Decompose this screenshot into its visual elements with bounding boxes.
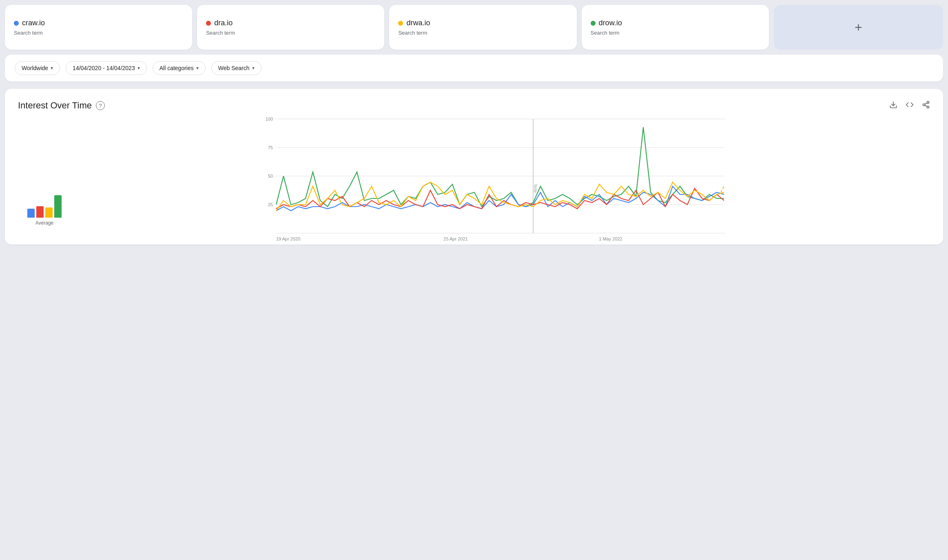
green-line <box>276 127 724 207</box>
avg-bar-yellow <box>45 207 53 218</box>
avg-bar-blue <box>27 209 35 218</box>
category-label: All categories <box>159 65 194 71</box>
chart-svg: 100 75 50 25 Note 19 Apr 2020 <box>71 119 930 233</box>
category-filter[interactable]: All categories ▾ <box>153 61 206 75</box>
location-arrow: ▾ <box>51 65 53 71</box>
svg-text:25 Apr 2021: 25 Apr 2021 <box>443 236 467 241</box>
embed-icon[interactable] <box>906 101 914 111</box>
search-terms-bar: craw.io Search term dra.io Search term d… <box>5 5 943 50</box>
line-chart: 100 75 50 25 Note 19 Apr 2020 <box>71 119 930 235</box>
interest-over-time-card: Interest Over Time ? <box>5 89 943 245</box>
date-range-label: 14/04/2020 - 14/04/2023 <box>73 65 135 71</box>
term-label-1: craw.io <box>22 19 45 27</box>
date-range-filter[interactable]: 14/04/2020 - 14/04/2023 ▾ <box>66 61 147 75</box>
svg-line-4 <box>925 105 927 106</box>
dot-red <box>206 21 211 26</box>
svg-text:1 May 2022: 1 May 2022 <box>599 236 622 241</box>
avg-bar-red <box>36 206 44 218</box>
search-type-filter[interactable]: Web Search ▾ <box>211 61 261 75</box>
location-label: Worldwide <box>22 65 48 71</box>
filters-bar: Worldwide ▾ 14/04/2020 - 14/04/2023 ▾ Al… <box>5 55 943 82</box>
svg-text:Note: Note <box>533 184 538 193</box>
term-type-4: Search term <box>591 30 760 36</box>
add-search-term-button[interactable]: + <box>774 5 943 50</box>
chart-area: Average 100 75 50 25 Note <box>18 119 930 235</box>
term-label-2: dra.io <box>214 19 233 27</box>
share-icon[interactable] <box>922 101 930 111</box>
term-type-2: Search term <box>206 30 375 36</box>
category-arrow: ▾ <box>196 65 199 71</box>
chart-actions <box>889 101 930 111</box>
svg-text:75: 75 <box>268 145 273 150</box>
avg-bar-green <box>54 195 62 218</box>
dot-green <box>591 21 596 26</box>
chart-title-row: Interest Over Time ? <box>18 100 105 111</box>
yellow-dashed-end <box>721 186 724 192</box>
dot-blue <box>14 21 19 26</box>
date-range-arrow: ▾ <box>137 65 140 71</box>
search-card-1[interactable]: craw.io Search term <box>5 5 192 50</box>
search-card-2[interactable]: dra.io Search term <box>197 5 384 50</box>
svg-text:50: 50 <box>268 174 273 179</box>
svg-text:19 Apr 2020: 19 Apr 2020 <box>276 236 300 241</box>
help-icon[interactable]: ? <box>96 101 105 110</box>
avg-label: Average <box>35 220 53 226</box>
plus-icon: + <box>855 20 862 35</box>
location-filter[interactable]: Worldwide ▾ <box>15 61 60 75</box>
search-type-arrow: ▾ <box>252 65 255 71</box>
term-type-1: Search term <box>14 30 183 36</box>
term-type-3: Search term <box>398 30 567 36</box>
chart-header: Interest Over Time ? <box>18 100 930 111</box>
avg-bars <box>27 185 62 218</box>
svg-text:25: 25 <box>268 202 273 207</box>
term-label-3: drwa.io <box>406 19 430 27</box>
search-card-3[interactable]: drwa.io Search term <box>389 5 576 50</box>
term-label-4: drow.io <box>599 19 622 27</box>
download-icon[interactable] <box>889 101 897 111</box>
dot-yellow <box>398 21 403 26</box>
average-section: Average <box>18 185 71 235</box>
search-card-4[interactable]: drow.io Search term <box>582 5 769 50</box>
search-type-label: Web Search <box>218 65 250 71</box>
svg-text:100: 100 <box>266 117 273 121</box>
chart-title: Interest Over Time <box>18 100 92 111</box>
svg-line-5 <box>925 103 927 104</box>
